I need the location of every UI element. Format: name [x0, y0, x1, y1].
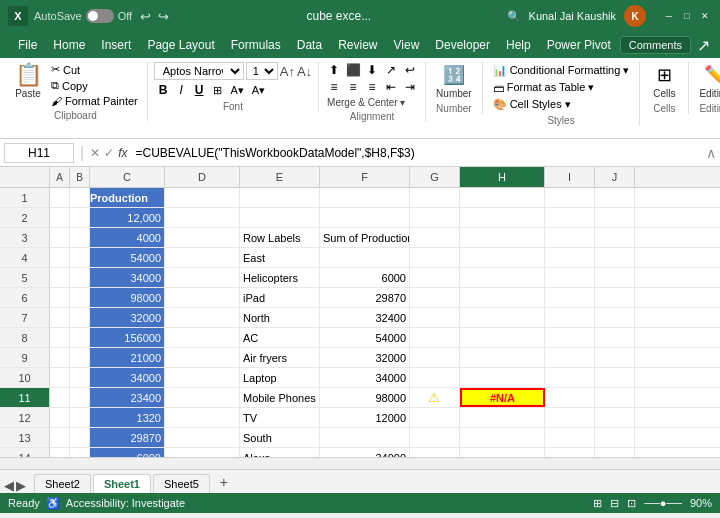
- cell-h9[interactable]: [460, 348, 545, 367]
- merge-center-button[interactable]: Merge & Center ▾: [325, 96, 407, 109]
- cell-e1[interactable]: [240, 188, 320, 207]
- cell-c13[interactable]: 29870: [90, 428, 165, 447]
- cell-d6[interactable]: [165, 288, 240, 307]
- cell-j7[interactable]: [595, 308, 635, 327]
- cell-g9[interactable]: [410, 348, 460, 367]
- col-header-i[interactable]: I: [545, 167, 595, 187]
- cell-h11[interactable]: #N/A: [460, 388, 545, 407]
- undo-button[interactable]: ↩: [138, 9, 153, 24]
- col-header-j[interactable]: J: [595, 167, 635, 187]
- cell-i1[interactable]: [545, 188, 595, 207]
- menu-review[interactable]: Review: [330, 35, 385, 55]
- cell-c9[interactable]: 21000: [90, 348, 165, 367]
- col-header-b[interactable]: B: [70, 167, 90, 187]
- cell-b14[interactable]: [70, 448, 90, 457]
- cell-f6[interactable]: 29870: [320, 288, 410, 307]
- col-header-e[interactable]: E: [240, 167, 320, 187]
- cell-a11[interactable]: [50, 388, 70, 407]
- cell-b10[interactable]: [70, 368, 90, 387]
- cell-a12[interactable]: [50, 408, 70, 427]
- align-center-button[interactable]: ≡: [344, 79, 362, 95]
- menu-page-layout[interactable]: Page Layout: [139, 35, 222, 55]
- cell-h4[interactable]: [460, 248, 545, 267]
- accessibility-status[interactable]: Accessibility: Investigate: [66, 497, 185, 509]
- cell-d7[interactable]: [165, 308, 240, 327]
- cell-h3[interactable]: [460, 228, 545, 247]
- cell-i9[interactable]: [545, 348, 595, 367]
- cell-j3[interactable]: [595, 228, 635, 247]
- cell-f3[interactable]: Sum of Production: [320, 228, 410, 247]
- autosave-toggle[interactable]: [86, 9, 114, 23]
- cell-e5[interactable]: Helicopters: [240, 268, 320, 287]
- cell-e8[interactable]: AC: [240, 328, 320, 347]
- cell-g5[interactable]: [410, 268, 460, 287]
- menu-power-pivot[interactable]: Power Pivot: [539, 35, 619, 55]
- cell-j8[interactable]: [595, 328, 635, 347]
- row-header-3[interactable]: 3: [0, 228, 50, 248]
- paste-button[interactable]: 📋 Paste: [10, 62, 46, 101]
- cell-j10[interactable]: [595, 368, 635, 387]
- menu-home[interactable]: Home: [45, 35, 93, 55]
- cell-i3[interactable]: [545, 228, 595, 247]
- cell-h10[interactable]: [460, 368, 545, 387]
- cell-e9[interactable]: Air fryers: [240, 348, 320, 367]
- cell-b13[interactable]: [70, 428, 90, 447]
- col-header-g[interactable]: G: [410, 167, 460, 187]
- cell-reference-input[interactable]: H11: [4, 143, 74, 163]
- cell-a1[interactable]: [50, 188, 70, 207]
- cell-g7[interactable]: [410, 308, 460, 327]
- cell-e11[interactable]: Mobile Phones: [240, 388, 320, 407]
- row-header-2[interactable]: 2: [0, 208, 50, 228]
- cell-e13[interactable]: South: [240, 428, 320, 447]
- comments-button[interactable]: Comments: [620, 36, 691, 54]
- cell-d8[interactable]: [165, 328, 240, 347]
- underline-button[interactable]: U: [190, 81, 209, 99]
- cell-f8[interactable]: 54000: [320, 328, 410, 347]
- number-format-button[interactable]: 🔢 Number: [432, 62, 476, 101]
- cell-f1[interactable]: [320, 188, 410, 207]
- sheet-tab-sheet1[interactable]: Sheet1: [93, 474, 151, 493]
- cell-g2[interactable]: [410, 208, 460, 227]
- cell-b6[interactable]: [70, 288, 90, 307]
- cell-h1[interactable]: [460, 188, 545, 207]
- cell-c1[interactable]: Production: [90, 188, 165, 207]
- cell-d12[interactable]: [165, 408, 240, 427]
- cell-b1[interactable]: [70, 188, 90, 207]
- search-icon[interactable]: 🔍: [507, 10, 521, 23]
- cell-a10[interactable]: [50, 368, 70, 387]
- cell-i6[interactable]: [545, 288, 595, 307]
- col-header-d[interactable]: D: [165, 167, 240, 187]
- menu-developer[interactable]: Developer: [427, 35, 498, 55]
- cut-button[interactable]: ✂ Cut: [48, 62, 141, 77]
- cell-c4[interactable]: 54000: [90, 248, 165, 267]
- cell-f2[interactable]: [320, 208, 410, 227]
- minimize-button[interactable]: ─: [662, 9, 676, 23]
- cell-e4[interactable]: East: [240, 248, 320, 267]
- row-header-9[interactable]: 9: [0, 348, 50, 368]
- cell-d4[interactable]: [165, 248, 240, 267]
- view-page-break-icon[interactable]: ⊡: [627, 497, 636, 510]
- cell-b7[interactable]: [70, 308, 90, 327]
- cell-d11[interactable]: [165, 388, 240, 407]
- row-header-13[interactable]: 13: [0, 428, 50, 448]
- cell-j6[interactable]: [595, 288, 635, 307]
- cell-g6[interactable]: [410, 288, 460, 307]
- cell-c11[interactable]: 23400: [90, 388, 165, 407]
- align-top-button[interactable]: ⬆: [325, 62, 343, 78]
- row-header-11[interactable]: 11: [0, 388, 50, 408]
- cell-f13[interactable]: [320, 428, 410, 447]
- cells-button[interactable]: ⊞ Cells: [646, 62, 682, 101]
- redo-button[interactable]: ↪: [156, 9, 171, 24]
- cell-d10[interactable]: [165, 368, 240, 387]
- cell-g12[interactable]: [410, 408, 460, 427]
- cell-d14[interactable]: [165, 448, 240, 457]
- cell-i8[interactable]: [545, 328, 595, 347]
- font-size-select[interactable]: 14: [246, 62, 278, 80]
- cell-c7[interactable]: 32000: [90, 308, 165, 327]
- row-header-6[interactable]: 6: [0, 288, 50, 308]
- formula-expand-icon[interactable]: ∧: [706, 145, 716, 161]
- cell-i11[interactable]: [545, 388, 595, 407]
- cell-c14[interactable]: 6000: [90, 448, 165, 457]
- decrease-font-button[interactable]: A↓: [297, 64, 312, 79]
- cell-h12[interactable]: [460, 408, 545, 427]
